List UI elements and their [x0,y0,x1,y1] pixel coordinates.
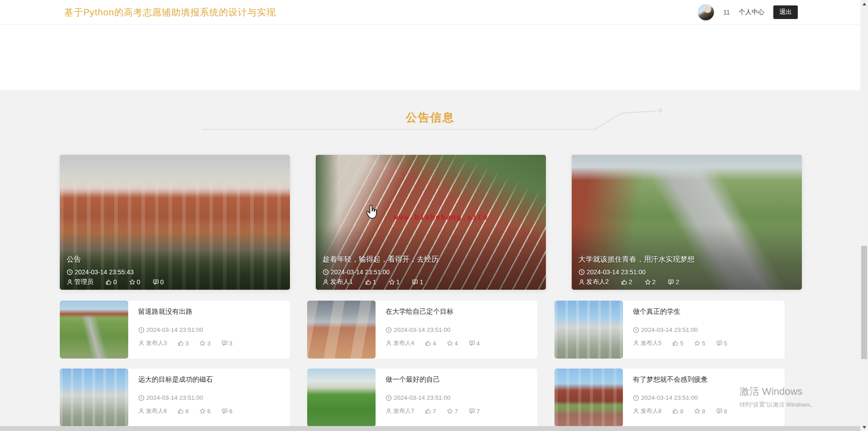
thumbs-up-icon [178,408,184,414]
thumbs-up-icon [178,340,184,346]
user-avatar[interactable] [698,4,714,20]
comment-stat[interactable]: 8 [716,408,727,415]
scroll-up-arrow[interactable] [860,0,868,8]
star-icon [645,279,651,285]
star-stat[interactable]: 7 [447,408,458,415]
announcement-list-item[interactable]: 做一个最好的自己 2024-03-14 23:51:00 发布人7 7 7 7 [307,369,537,426]
clock-icon [633,395,639,401]
announcement-list-item[interactable]: 有了梦想就不会感到疲惫 2024-03-14 23:51:00 发布人8 8 8… [555,369,785,426]
announcement-date: 2024-03-14 23:51:00 [394,326,450,333]
author-stat: 发布人2 [579,278,609,286]
comment-stat[interactable]: 5 [716,340,727,347]
comment-icon [469,340,475,346]
announcement-thumbnail [60,369,128,426]
author-stat: 发布人4 [386,339,414,347]
comment-stat[interactable]: 2 [668,278,679,286]
star-stat[interactable]: 3 [199,340,210,347]
like-stat[interactable]: 0 [106,278,117,286]
star-stat[interactable]: 0 [129,278,140,286]
announcement-date-row: 2024-03-14 23:51:00 [633,394,738,401]
comment-stat[interactable]: 7 [469,408,480,415]
scroll-down-arrow[interactable] [860,423,868,431]
thumbs-up-icon [106,279,112,285]
featured-announcements: 公告 2024-03-14 23:55:43 管理员 0 0 0 www.bis… [60,155,802,290]
star-icon [694,340,700,346]
comment-stat[interactable]: 3 [222,340,232,347]
announcement-date: 2024-03-14 23:51:00 [587,268,646,276]
star-stat[interactable]: 5 [694,340,705,347]
user-icon [633,408,639,414]
notification-count: 11 [723,9,730,16]
announcement-list-item[interactable]: 留退路就没有出路 2024-03-14 23:51:00 发布人3 3 3 3 [60,301,290,359]
personal-center-link[interactable]: 个人中心 [739,8,764,16]
star-stat[interactable]: 1 [389,278,400,286]
user-icon [138,408,145,414]
author-stat: 管理员 [67,278,93,286]
announcement-date: 2024-03-14 23:55:43 [75,268,134,276]
announcement-title: 趁着年轻，输得起，看得开，去经历 [323,255,539,264]
like-stat[interactable]: 4 [425,340,436,347]
vertical-scrollbar[interactable] [860,0,868,431]
user-icon [323,279,329,285]
comment-stat[interactable]: 4 [469,340,480,347]
announcement-title: 公告 [67,255,283,264]
like-stat[interactable]: 1 [365,278,376,286]
comment-stat[interactable]: 6 [222,408,232,415]
comment-stat[interactable]: 1 [412,278,423,286]
announcement-card[interactable]: www.bishebang.site 趁着年轻，输得起，看得开，去经历 2024… [316,155,546,290]
star-icon [447,408,453,414]
logout-button[interactable]: 退出 [773,5,798,19]
announcement-meta: 趁着年轻，输得起，看得开，去经历 2024-03-14 23:51:00 发布人… [323,255,539,286]
like-stat[interactable]: 2 [621,278,632,286]
announcement-thumbnail [555,301,623,359]
announcement-date-row: 2024-03-14 23:51:00 [138,394,243,401]
taskbar-edge-strip [0,426,860,431]
announcement-card[interactable]: 大学就该抓住青春，用汗水实现梦想 2024-03-14 23:51:00 发布人… [572,155,802,290]
announcement-list-item[interactable]: 远大的目标是成功的磁石 2024-03-14 23:51:00 发布人6 6 6… [60,369,290,426]
star-icon [199,408,206,414]
list-item-body: 做一个最好的自己 2024-03-14 23:51:00 发布人7 7 7 7 [376,369,491,426]
author-stat: 发布人6 [138,407,167,415]
announcement-thumbnail [60,301,128,359]
list-item-body: 远大的目标是成功的磁石 2024-03-14 23:51:00 发布人6 6 6… [128,369,243,426]
user-icon [67,279,73,285]
announcement-list: 留退路就没有出路 2024-03-14 23:51:00 发布人3 3 3 3 … [60,301,830,426]
clock-icon [138,395,145,401]
site-title: 基于Python的高考志愿辅助填报系统的设计与实现 [64,6,276,19]
announcement-date-row: 2024-03-14 23:51:00 [633,326,738,333]
announcement-list-item[interactable]: 在大学给自己定个目标 2024-03-14 23:51:00 发布人4 4 4 … [307,301,537,359]
star-stat[interactable]: 6 [199,408,210,415]
like-stat[interactable]: 3 [178,340,188,347]
star-stat[interactable]: 8 [694,408,705,415]
like-stat[interactable]: 7 [425,408,436,415]
announcement-date-row: 2024-03-14 23:51:00 [386,326,491,333]
comment-icon [222,408,228,414]
list-item-body: 做个真正的学生 2024-03-14 23:51:00 发布人5 5 5 5 [623,301,738,359]
announcement-thumbnail [307,301,376,359]
like-stat[interactable]: 5 [672,340,683,347]
decorative-line [202,107,669,133]
announcement-date-row: 2024-03-14 23:51:00 [138,326,243,333]
scrollbar-thumb[interactable] [861,246,867,359]
announcement-stats: 发布人2 2 2 2 [579,278,795,286]
clock-icon [138,327,145,333]
announcement-card[interactable]: 公告 2024-03-14 23:55:43 管理员 0 0 0 [60,155,290,290]
announcement-date-row: 2024-03-14 23:51:00 [386,394,491,401]
user-icon [633,340,639,346]
star-stat[interactable]: 2 [645,278,656,286]
announcement-title: 远大的目标是成功的磁石 [138,375,243,384]
announcement-list-item[interactable]: 做个真正的学生 2024-03-14 23:51:00 发布人5 5 5 5 [555,301,785,359]
announcement-stats: 发布人4 4 4 4 [386,339,491,347]
like-stat[interactable]: 6 [178,408,188,415]
comment-stat[interactable]: 0 [153,278,164,286]
star-icon [199,340,206,346]
announcement-thumbnail [555,369,623,426]
comment-icon [222,340,228,346]
announcement-stats: 管理员 0 0 0 [67,278,283,286]
star-stat[interactable]: 4 [447,340,458,347]
thumbs-up-icon [672,340,679,346]
like-stat[interactable]: 8 [672,408,683,415]
announcement-date: 2024-03-14 23:51:00 [641,394,698,401]
photo-watermark-text: www.bishebang.site [394,214,488,222]
thumbs-up-icon [365,279,371,285]
